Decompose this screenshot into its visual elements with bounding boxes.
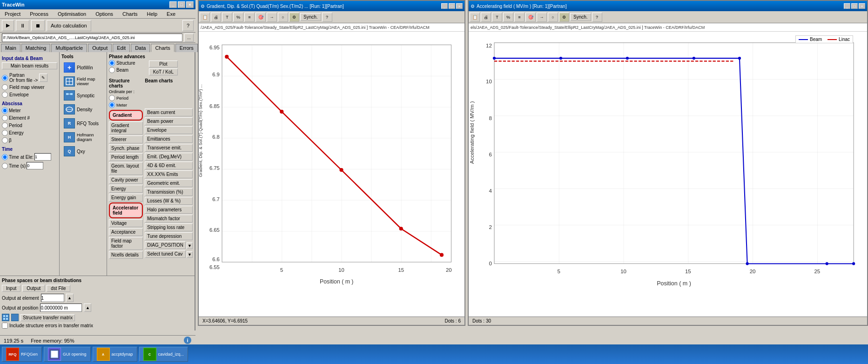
menu-exe[interactable]: Exe [164, 10, 178, 18]
synoptic-btn[interactable]: Synoptic [61, 89, 105, 102]
time-at-ele-input[interactable] [34, 153, 51, 161]
steerer-btn[interactable]: Steerer [109, 135, 143, 143]
play-btn[interactable]: ▶ [2, 20, 14, 31]
main-beam-results-btn[interactable]: Main beam results [2, 62, 57, 69]
beam-power-btn[interactable]: Beam power [145, 117, 193, 125]
emittances-btn[interactable]: Emittances [145, 135, 193, 143]
abscissa-meter-radio[interactable] [2, 108, 8, 114]
source-fieldmap-radio[interactable] [2, 84, 8, 90]
chart2-minimize-btn[interactable]: _ [844, 3, 850, 9]
losses-btn[interactable]: Losses (W & %) [145, 197, 193, 205]
chart2-help-btn[interactable]: ? [592, 13, 602, 22]
output-at-position-input[interactable] [40, 303, 82, 312]
halo-params-btn[interactable]: Halo parameters [145, 206, 193, 214]
phase-beam-radio[interactable] [109, 67, 115, 73]
ncells-details-btn[interactable]: Ncells details [109, 251, 143, 259]
tab-multiparticle[interactable]: Multiparticle [51, 44, 87, 52]
chart1-settings-btn[interactable]: ⚙ [289, 13, 299, 22]
abscissa-energy-radio[interactable] [2, 130, 8, 136]
period-length-btn[interactable]: Period length [109, 153, 143, 161]
accelerator-field-btn[interactable]: Accelerator field [111, 204, 141, 216]
plotwin-btn[interactable]: + PlotWin [61, 61, 105, 74]
diag-position-btn[interactable]: DIAG_POSITION [145, 241, 186, 249]
chart1-text-btn[interactable]: T [222, 13, 232, 22]
chart2-arrow-btn[interactable]: → [537, 13, 547, 22]
dst-file-tab-btn[interactable]: dst File [47, 285, 70, 292]
chart1-synch-btn[interactable]: Synch. [300, 13, 321, 21]
element-up-btn[interactable]: ▲ [66, 294, 74, 302]
tab-output[interactable]: Output [88, 44, 112, 52]
menu-options[interactable]: Options [93, 10, 116, 18]
menu-help[interactable]: Help [144, 10, 160, 18]
tab-main[interactable]: Main [1, 44, 20, 52]
4d-6d-emit-btn[interactable]: 4D & 6D emit. [145, 162, 193, 169]
geom-layout-btn[interactable]: Geom. layout file [109, 162, 143, 175]
abscissa-beta-radio[interactable] [2, 137, 8, 143]
geometric-emit-btn[interactable]: Geometric emit. [145, 179, 193, 187]
taskbar-accptdynap[interactable]: A accptdynap [93, 347, 137, 362]
minimize-btn[interactable]: _ [169, 1, 177, 8]
chart2-bar-btn[interactable]: ≡ [514, 13, 525, 22]
emit-deg-mev-btn[interactable]: Emit. (Deg,MeV) [145, 153, 193, 161]
plot-btn[interactable]: Plot [149, 61, 178, 67]
chart2-settings-btn[interactable]: ⚙ [559, 13, 569, 22]
rfq-tools-btn[interactable]: R RFQ Tools [61, 117, 105, 130]
ordinate-period-radio[interactable] [109, 95, 115, 101]
tab-matching[interactable]: Matching [21, 44, 51, 52]
help-icon-btn[interactable]: ? [182, 20, 194, 31]
synch-phase-btn[interactable]: Synch. phase [109, 144, 143, 152]
kot-kol-btn[interactable]: KoT / KoL [149, 68, 178, 75]
time-s-radio[interactable] [2, 163, 8, 169]
chart2-synch-btn[interactable]: Synch. [570, 13, 591, 21]
chart1-print-btn[interactable]: 🖨 [211, 13, 221, 22]
field-map-factor-btn[interactable]: Field map factor [109, 237, 143, 250]
pause-btn[interactable]: ⏸ [16, 20, 29, 31]
time-at-ele-radio[interactable] [2, 154, 8, 160]
struct-icon2-btn[interactable] [11, 314, 19, 321]
acceptance-btn[interactable]: Acceptance [109, 228, 143, 236]
include-errors-checkbox[interactable] [2, 323, 8, 329]
voltage-btn[interactable]: Voltage [109, 219, 143, 227]
time-s-input[interactable] [27, 162, 43, 169]
chart1-copy-btn[interactable]: 📋 [200, 13, 210, 22]
chart1-percent-btn[interactable]: % [233, 13, 243, 22]
taskbar-rfqgen[interactable]: RFQ RFQGen [2, 347, 42, 362]
chart2-close-btn[interactable]: × [859, 3, 865, 9]
chart2-percent-btn[interactable]: % [503, 13, 513, 22]
beam-current-btn[interactable]: Beam current [145, 108, 193, 116]
phase-structure-radio[interactable] [109, 60, 115, 66]
menu-process[interactable]: Process [27, 10, 51, 18]
chart2-circle-btn[interactable]: ○ [548, 13, 558, 22]
taskbar-cavidad[interactable]: C cavidad_izq... [139, 347, 188, 362]
chart2-copy-btn[interactable]: 📋 [470, 13, 480, 22]
abscissa-period-radio[interactable] [2, 122, 8, 128]
diag-dropdown-btn[interactable]: ▼ [187, 243, 193, 249]
energy-btn[interactable]: Energy [109, 185, 143, 193]
chart1-circle-btn[interactable]: ○ [278, 13, 288, 22]
chart1-arrow-btn[interactable]: → [267, 13, 277, 22]
browse-btn[interactable]: ... [184, 34, 194, 42]
tab-edit[interactable]: Edit [113, 44, 130, 52]
structure-transfer-btn[interactable]: Structure transfer matrix [20, 314, 75, 321]
struct-icon-btn[interactable] [2, 314, 9, 321]
tune-depression-btn[interactable]: Tune depression [145, 232, 193, 240]
tab-data[interactable]: Data [131, 44, 150, 52]
chart1-target-btn[interactable]: 🎯 [256, 13, 266, 22]
source-partran-radio[interactable] [2, 75, 8, 81]
tuned-cav-dropdown-btn[interactable]: ▼ [187, 251, 193, 258]
gradient-integral-btn[interactable]: Gradient integral [109, 121, 143, 135]
select-tuned-cav-btn[interactable]: Select tuned Cav [145, 250, 186, 258]
tab-errors[interactable]: Errors [175, 44, 198, 52]
chart1-close-btn[interactable]: × [456, 3, 463, 9]
gradient-btn[interactable]: Gradient [111, 112, 141, 119]
chart1-minimize-btn[interactable]: _ [441, 3, 448, 9]
density-btn[interactable]: Density [61, 103, 105, 116]
chart1-bar-btn[interactable]: ≡ [244, 13, 255, 22]
edit-btn[interactable]: ✎ [39, 74, 47, 82]
stripping-loss-btn[interactable]: Stripping loss rate [145, 223, 193, 231]
mismatch-factor-btn[interactable]: Mismatch factor [145, 215, 193, 222]
menu-project[interactable]: Project [2, 10, 23, 18]
energy-gain-btn[interactable]: Energy gain [109, 194, 143, 202]
chart2-text-btn[interactable]: T [492, 13, 502, 22]
output-tab-btn[interactable]: Output [22, 285, 45, 292]
